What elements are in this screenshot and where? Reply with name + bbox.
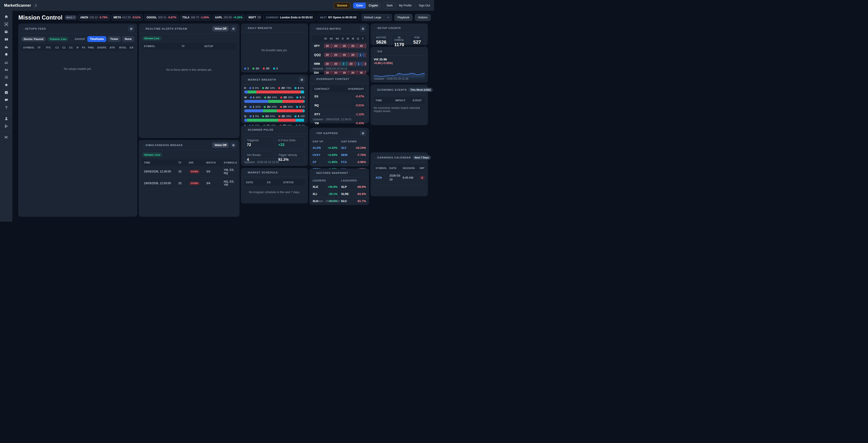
drag-handle-icon[interactable]: ⋮⋮ xyxy=(142,144,144,147)
column-header: C2 xyxy=(55,46,62,49)
panel-body: 30604HDWMQY SPY2D2D2D2D2D2D2U2UQQQ2D2D2D… xyxy=(310,34,369,65)
breadth-key: 2U xyxy=(267,105,270,108)
matrix-badge[interactable]: 2D xyxy=(324,44,331,48)
matrix-badge-separator xyxy=(348,52,349,57)
drag-handle-icon[interactable]: ⋮⋮ xyxy=(374,27,376,29)
ticker-pill[interactable]: AMZN208.22-0.79% xyxy=(78,14,110,21)
mode-core-button[interactable]: Core xyxy=(353,2,366,8)
sidebar-item-scanner[interactable] xyxy=(2,21,10,28)
matrix-badge[interactable]: 2D xyxy=(349,53,356,57)
settings-button[interactable]: ⚙ xyxy=(128,26,134,32)
breadth-key: 2U xyxy=(265,115,269,118)
drag-handle-icon[interactable]: ⋮⋮ xyxy=(244,78,246,81)
matrix-badge[interactable]: 2D xyxy=(358,44,365,48)
breadth-stat: 2D35% xyxy=(280,96,293,99)
drag-handle-icon[interactable]: ⋮⋮ xyxy=(374,89,376,91)
matrix-badge[interactable]: 2D xyxy=(341,53,347,57)
sidebar-item-columns-chart[interactable] xyxy=(2,66,10,74)
sidebar-item-news[interactable] xyxy=(2,28,10,36)
settings-button[interactable]: ⚙ xyxy=(299,77,305,83)
drag-handle-icon[interactable]: ⋮⋮ xyxy=(313,172,315,174)
sign-out-link[interactable]: Sign Out xyxy=(418,3,430,8)
matrix-badge[interactable]: 2D xyxy=(349,44,356,48)
dot-separator: · xyxy=(260,87,261,89)
snooze-button[interactable]: Snooze xyxy=(334,2,350,9)
ticker-pill[interactable]: AAPL250.60+0.26% xyxy=(213,14,245,21)
drag-handle-icon[interactable]: ⋮⋮ xyxy=(244,27,246,29)
sector-row: XLI-29.1% xyxy=(313,191,337,198)
sidebar-item-help[interactable] xyxy=(2,104,10,112)
econ-filter-pill[interactable]: This Week (USD) xyxy=(408,88,433,92)
legend-item: 1 xyxy=(244,67,249,70)
settings-button[interactable]: ⚙ xyxy=(230,26,236,32)
ticker-pill[interactable]: TSLA388.75-1.03% xyxy=(180,14,211,21)
gapper-symbol[interactable]: ALGN xyxy=(313,146,321,150)
breadth-timeframe: D xyxy=(244,87,246,89)
settings-button[interactable]: ⚙ xyxy=(360,130,366,136)
matrix-badge[interactable]: 2D xyxy=(333,53,339,57)
gapper-symbol[interactable]: NEM xyxy=(341,153,347,157)
ticker-pill[interactable]: META612.55-0.51% xyxy=(111,14,143,21)
matrix-badge[interactable]: 2D xyxy=(333,44,339,48)
drag-handle-icon[interactable]: ⋮⋮ xyxy=(21,28,24,30)
sidebar-item-dashboard[interactable] xyxy=(2,36,10,43)
drag-handle-icon[interactable]: ⋮⋮ xyxy=(374,50,376,53)
matrix-badge[interactable]: 2D xyxy=(341,44,347,48)
voice-toggle-button[interactable]: Voice Off xyxy=(212,143,229,148)
my-profile-link[interactable]: My Profile xyxy=(399,3,412,8)
sidebar-item-calendar-add[interactable] xyxy=(2,89,10,96)
actions-button[interactable]: Actions xyxy=(415,14,431,21)
breadth-pct: 5% xyxy=(255,115,259,118)
group-option-none[interactable]: None xyxy=(122,36,134,42)
group-option-timeframe[interactable]: Timeframe xyxy=(87,36,106,42)
drag-handle-icon[interactable]: ⋮⋮ xyxy=(244,129,246,131)
gapper-symbol[interactable]: CF xyxy=(313,161,316,164)
matrix-badge[interactable]: 2D xyxy=(324,53,331,57)
panel-header: ⋮⋮ MARKET SCHEDULE xyxy=(241,168,308,177)
voice-toggle-button[interactable]: Voice Off xyxy=(212,26,229,31)
sidebar-item-close-x[interactable] xyxy=(2,134,10,141)
legend-dot xyxy=(244,67,246,70)
mode-crypto-button[interactable]: Crypto xyxy=(366,2,381,8)
panel-title: OVERNIGHT CONTEXT xyxy=(316,77,349,81)
sidebar-collapse-button[interactable]: )( xyxy=(33,3,38,8)
drag-handle-icon[interactable]: ⋮⋮ xyxy=(313,132,315,134)
gapper-symbol[interactable]: UVXY xyxy=(313,153,320,157)
sidebar-item-bar-chart[interactable] xyxy=(2,43,10,51)
column-header: ATR xyxy=(110,46,119,49)
drag-handle-icon[interactable]: ⋮⋮ xyxy=(244,171,246,174)
theme-toggle-button[interactable]: Dark xyxy=(383,2,396,9)
sidebar-item-favorites[interactable] xyxy=(2,81,10,89)
layout-select[interactable]: Default Large ▼ xyxy=(361,14,392,21)
earnings-symbol[interactable]: ACN xyxy=(376,176,389,179)
drag-handle-icon[interactable]: ⋮⋮ xyxy=(374,156,376,159)
drag-handle-icon[interactable]: ⋮⋮ xyxy=(142,28,144,30)
ticker-pill[interactable]: MSFT390.62-0.30% xyxy=(246,14,261,21)
breadth-key: 1 xyxy=(253,96,254,99)
breadth-pct: 14% xyxy=(301,115,305,118)
panel-header: ⋮⋮ TOP GAPPERS ⚙ xyxy=(310,128,369,138)
gapper-symbol[interactable]: FCX xyxy=(341,161,347,164)
earnings-filter-pill[interactable]: Next 7 Days xyxy=(412,156,431,160)
settings-button[interactable]: ⚙ xyxy=(360,26,366,32)
sidebar-item-profile[interactable] xyxy=(2,115,10,123)
matrix-badge[interactable]: 2D xyxy=(365,53,366,57)
drag-handle-icon[interactable]: ⋮⋮ xyxy=(313,28,315,30)
stat-label: Sim Breaks xyxy=(247,153,271,157)
panel-body: ACTIVE5626IN FORCE1170P3S527 xyxy=(371,32,428,44)
matrix-badge[interactable]: 1 xyxy=(358,53,363,57)
sidebar-item-watchlist[interactable] xyxy=(2,74,10,81)
sidebar-item-line-chart[interactable] xyxy=(2,59,10,66)
drag-handle-icon[interactable]: ⋮⋮ xyxy=(313,78,315,81)
group-option-ticker[interactable]: Ticker xyxy=(108,36,121,42)
sidebar-item-sign-out[interactable] xyxy=(2,123,10,130)
sidebar-item-chat[interactable] xyxy=(2,96,10,104)
breadth-key: 3 xyxy=(298,115,299,118)
sidebar-item-alerts-bell[interactable] xyxy=(2,51,10,59)
ticker-pill[interactable]: GOOGL305.01-0.87% xyxy=(144,14,179,21)
playbook-button[interactable]: Playbook xyxy=(394,14,412,21)
gapper-symbol[interactable]: SLV xyxy=(341,146,346,150)
settings-button[interactable]: ⚙ xyxy=(230,142,236,148)
sidebar-item-home[interactable] xyxy=(2,13,10,21)
matrix-column-header: 4H xyxy=(336,37,339,40)
